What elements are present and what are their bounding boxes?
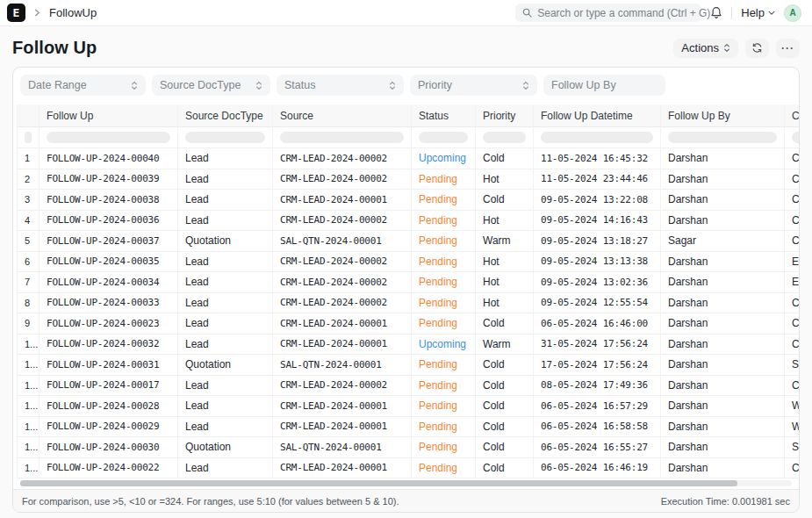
column-header-by[interactable]: Follow Up By (661, 104, 785, 127)
filter-source-doctype[interactable]: Source DocType (152, 75, 270, 96)
column-header-source[interactable]: Source (273, 104, 412, 127)
table-row[interactable]: 7FOLLOW-UP-2024-00034LeadCRM-LEAD-2024-0… (17, 272, 799, 293)
cell-num: 8 (17, 293, 40, 314)
column-filter-input-datetime[interactable] (541, 132, 653, 143)
horizontal-scrollbar[interactable] (20, 480, 792, 486)
logo-letter: E (13, 7, 20, 18)
cell-status: Pending (412, 376, 476, 397)
column-header-priority[interactable]: Priority (476, 104, 534, 127)
column-header-datetime[interactable]: Follow Up Datetime (534, 104, 661, 127)
table-row[interactable]: 1...FOLLOW-UP-2024-00032LeadCRM-LEAD-202… (17, 335, 799, 356)
breadcrumb[interactable]: FollowUp (49, 6, 97, 19)
cell-datetime: 09-05-2024 13:22:08 (534, 190, 661, 211)
table-row[interactable]: 1...FOLLOW-UP-2024-00030QuotationSAL-QTN… (17, 437, 799, 458)
card-footer: For comparison, use >5, <10 or =324. For… (13, 489, 799, 512)
column-filter-cell (178, 127, 273, 148)
cell-extra: C (785, 169, 799, 191)
table-row[interactable]: 8FOLLOW-UP-2024-00033LeadCRM-LEAD-2024-0… (17, 293, 799, 314)
cell-datetime: 31-05-2024 17:56:24 (534, 335, 661, 356)
cell-source_doctype: Lead (178, 376, 273, 397)
cell-extra: C (785, 458, 799, 479)
column-filter-cell (273, 127, 412, 148)
cell-source: SAL-QTN-2024-00001 (273, 231, 412, 252)
table-row[interactable]: 1FOLLOW-UP-2024-00040LeadCRM-LEAD-2024-0… (17, 148, 799, 169)
search-placeholder: Search or type a command (Ctrl + G) (537, 7, 710, 19)
table-row[interactable]: 1...FOLLOW-UP-2024-00031QuotationSAL-QTN… (17, 355, 799, 376)
help-label: Help (741, 6, 765, 19)
cell-source: SAL-QTN-2024-00001 (273, 355, 412, 376)
cell-extra: S (785, 355, 799, 376)
table-row[interactable]: 6FOLLOW-UP-2024-00035LeadCRM-LEAD-2024-0… (17, 252, 799, 273)
cell-follow_up: FOLLOW-UP-2024-00039 (40, 169, 178, 191)
global-search-input[interactable]: Search or type a command (Ctrl + G) (515, 4, 701, 22)
cell-by: Darshan (661, 293, 785, 314)
cell-num: 1... (17, 437, 40, 458)
cell-source: SAL-QTN-2024-00001 (273, 437, 412, 458)
column-filter-input-follow_up[interactable] (47, 132, 170, 143)
cell-num: 3 (17, 190, 40, 211)
filter-date-range[interactable]: Date Range (20, 75, 146, 96)
more-menu-button[interactable]: ··· (776, 39, 800, 58)
filter-status[interactable]: Status (277, 75, 404, 96)
table-row[interactable]: 1...FOLLOW-UP-2024-00017LeadCRM-LEAD-202… (17, 376, 799, 397)
erpnext-logo[interactable]: E (7, 4, 25, 22)
cell-source_doctype: Lead (178, 211, 273, 232)
cell-by: Darshan (661, 252, 785, 273)
column-header-label: Priority (483, 110, 515, 122)
cell-source_doctype: Quotation (178, 231, 273, 252)
table-row[interactable]: 4FOLLOW-UP-2024-00036LeadCRM-LEAD-2024-0… (17, 211, 799, 232)
column-header-follow_up[interactable]: Follow Up (40, 104, 178, 127)
select-chevrons-icon (131, 81, 138, 90)
column-filter-input-priority[interactable] (483, 132, 526, 143)
select-chevrons-icon (522, 81, 529, 90)
column-header-source_doctype[interactable]: Source DocType (178, 104, 273, 127)
table-row[interactable]: 2FOLLOW-UP-2024-00039LeadCRM-LEAD-2024-0… (17, 169, 799, 191)
cell-source_doctype: Lead (178, 252, 273, 273)
table-row[interactable]: 5FOLLOW-UP-2024-00037QuotationSAL-QTN-20… (17, 231, 799, 252)
column-header-extra[interactable]: C (785, 104, 799, 127)
filter-label: Date Range (28, 79, 87, 91)
column-filter-input-source_doctype[interactable] (185, 132, 265, 143)
avatar[interactable]: A (784, 4, 801, 22)
table-row[interactable]: 9FOLLOW-UP-2024-00023LeadCRM-LEAD-2024-0… (17, 313, 799, 335)
table-row[interactable]: 1...FOLLOW-UP-2024-00029LeadCRM-LEAD-202… (17, 417, 799, 438)
notifications-bell-icon[interactable] (710, 6, 722, 19)
table-row[interactable]: 1...FOLLOW-UP-2024-00028LeadCRM-LEAD-202… (17, 396, 799, 417)
cell-datetime: 09-05-2024 14:16:43 (534, 211, 661, 232)
column-filter-input-by[interactable] (668, 132, 777, 143)
actions-button[interactable]: Actions (673, 39, 738, 58)
cell-extra: W (785, 417, 799, 438)
cell-extra: C (785, 148, 799, 169)
cell-num: 5 (17, 231, 40, 252)
cell-follow_up: FOLLOW-UP-2024-00037 (40, 231, 178, 252)
cell-datetime: 08-05-2024 17:49:36 (534, 376, 661, 397)
column-header-status[interactable]: Status (412, 104, 476, 127)
filter-label: Follow Up By (551, 79, 616, 91)
filter-priority[interactable]: Priority (410, 75, 537, 96)
column-filter-input-status[interactable] (419, 132, 468, 143)
column-filter-input-num[interactable] (25, 132, 32, 143)
column-header-num[interactable] (17, 104, 40, 127)
column-filter-input-extra[interactable] (792, 132, 799, 143)
cell-follow_up: FOLLOW-UP-2024-00017 (40, 376, 178, 397)
cell-source: CRM-LEAD-2024-00002 (273, 293, 412, 314)
help-menu[interactable]: Help (741, 6, 775, 19)
cell-source: CRM-LEAD-2024-00001 (273, 417, 412, 438)
cell-source: CRM-LEAD-2024-00001 (273, 313, 412, 335)
cell-source_doctype: Quotation (178, 437, 273, 458)
cell-follow_up: FOLLOW-UP-2024-00029 (40, 417, 178, 438)
column-filter-cell (476, 127, 534, 148)
horizontal-scrollbar-thumb[interactable] (20, 480, 737, 486)
column-filter-cell (785, 127, 799, 148)
table-row[interactable]: 3FOLLOW-UP-2024-00038LeadCRM-LEAD-2024-0… (17, 190, 799, 211)
chevron-down-icon (768, 11, 775, 16)
cell-status: Pending (412, 458, 476, 479)
refresh-button[interactable] (745, 39, 769, 58)
filter-follow-up-by[interactable]: Follow Up By (543, 75, 665, 96)
cell-datetime: 17-05-2024 17:56:24 (534, 355, 661, 376)
cell-status: Pending (412, 231, 476, 252)
table-row[interactable]: 1...FOLLOW-UP-2024-00022LeadCRM-LEAD-202… (17, 458, 799, 479)
cell-priority: Hot (476, 272, 534, 293)
column-filter-input-source[interactable] (280, 132, 404, 143)
select-chevrons-icon (389, 81, 396, 90)
